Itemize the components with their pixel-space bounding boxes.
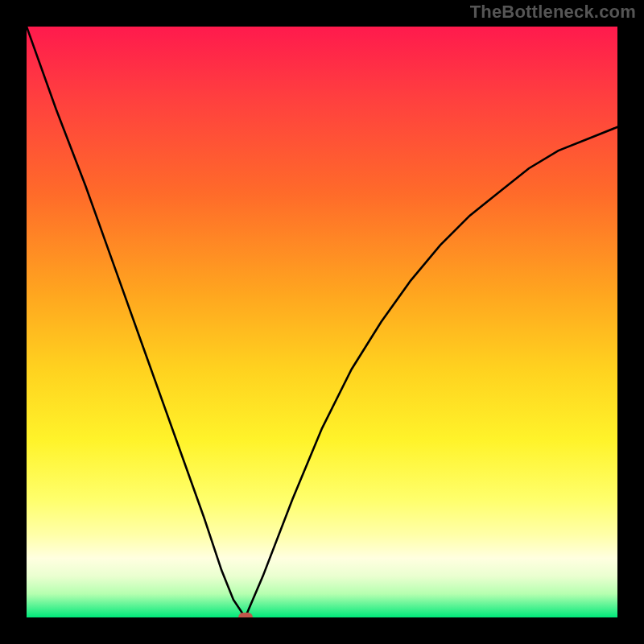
chart-frame: TheBottleneck.com bbox=[0, 0, 644, 644]
minimum-marker bbox=[238, 613, 253, 617]
curve-left-branch bbox=[27, 27, 246, 617]
plot-area bbox=[27, 27, 617, 617]
curve-svg bbox=[27, 27, 617, 617]
curve-right-branch bbox=[246, 127, 617, 617]
watermark-text: TheBottleneck.com bbox=[470, 2, 636, 23]
